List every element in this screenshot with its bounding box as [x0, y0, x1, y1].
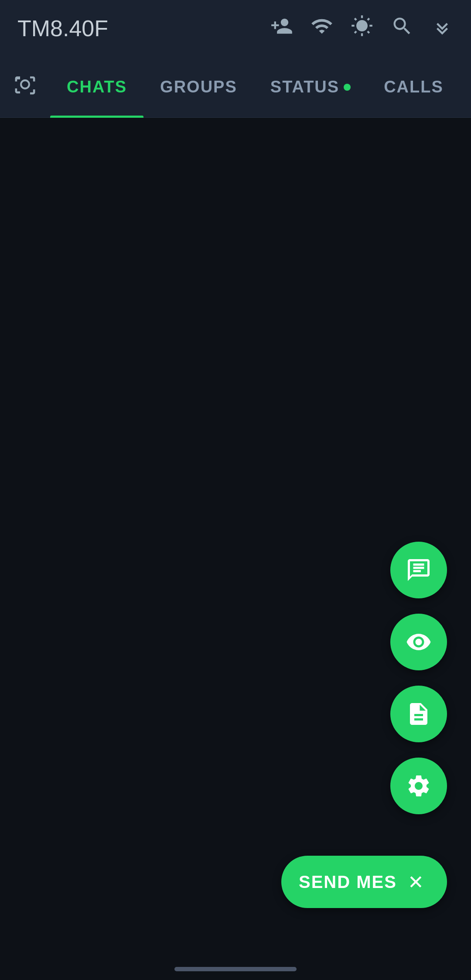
wifi-icon — [311, 15, 333, 42]
fab-settings-button[interactable] — [390, 758, 447, 814]
fab-message-button[interactable] — [390, 542, 447, 598]
send-message-label: SEND MES — [299, 872, 397, 892]
tab-groups[interactable]: GROUPS — [143, 57, 254, 118]
fab-container — [390, 542, 447, 814]
camera-button[interactable] — [13, 72, 37, 102]
main-content: SEND MES ✕ — [0, 118, 471, 980]
eye-fab-icon — [406, 629, 432, 655]
tab-chats[interactable]: CHATS — [50, 57, 143, 118]
settings-fab-icon — [406, 773, 432, 799]
message-fab-icon — [406, 557, 432, 583]
fab-eye-button[interactable] — [390, 614, 447, 670]
add-contact-icon — [270, 15, 293, 42]
status-notification-dot — [344, 84, 351, 91]
status-bar-icons — [270, 15, 454, 42]
more-icon[interactable] — [431, 15, 454, 42]
search-icon[interactable] — [391, 15, 413, 42]
home-indicator — [174, 967, 297, 971]
status-bar: TM8.40F — [0, 0, 471, 57]
send-message-button[interactable]: SEND MES ✕ — [281, 856, 447, 908]
tab-status[interactable]: STATUS — [254, 57, 367, 118]
tab-calls[interactable]: CALLS — [367, 57, 460, 118]
brightness-icon — [351, 15, 373, 42]
tab-bar: CHATS GROUPS STATUS CALLS — [0, 57, 471, 118]
document-fab-icon — [406, 701, 432, 727]
tabs-container: CHATS GROUPS STATUS CALLS — [50, 57, 460, 118]
fab-document-button[interactable] — [390, 686, 447, 742]
send-message-close-icon[interactable]: ✕ — [408, 871, 424, 893]
status-bar-time: TM8.40F — [17, 15, 257, 41]
